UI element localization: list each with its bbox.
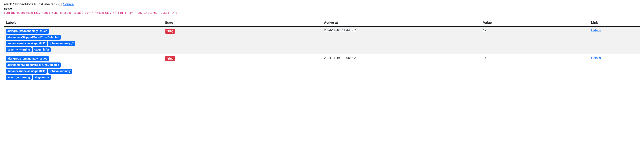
value-cell: 14	[481, 54, 589, 82]
header-link: Link	[589, 19, 640, 26]
alert-count: (2)	[56, 2, 60, 6]
label-badge: alertgroup=vmanomaly-issues	[6, 29, 49, 34]
details-link[interactable]: Details	[591, 29, 601, 32]
label-badge: instance=neoclassic-pc:8490	[6, 69, 47, 74]
label-badge: alertgroup=vmanomaly-issues	[6, 56, 49, 61]
label-badge: alertname=SkippedModelRunsDetected	[6, 35, 61, 40]
state-badge: firing	[165, 29, 175, 34]
alerts-table: Labels State Active at Value Link alertg…	[4, 19, 640, 82]
header-value: Value	[481, 19, 589, 26]
state-cell: firing	[163, 54, 322, 82]
alert-name: SkippedModelRunsDetected	[13, 2, 55, 6]
label-badge: stage=infer	[33, 75, 51, 80]
alert-label: alert:	[4, 2, 12, 6]
label-badge: alertname=SkippedModelRunsDetected	[6, 63, 61, 68]
link-cell: Details	[589, 54, 640, 82]
header-labels: Labels	[4, 19, 163, 26]
details-link[interactable]: Details	[591, 56, 601, 60]
label-badge: stage=infer	[33, 47, 51, 52]
active-at-cell: 2024-11-16T13:06:00Z	[322, 54, 481, 82]
label-badge: severity=warning	[6, 47, 32, 52]
table-row: alertgroup=vmanomaly-issuesalertname=Ski…	[4, 26, 640, 54]
table-row: alertgroup=vmanomaly-issuesalertname=Ski…	[4, 54, 640, 82]
label-badge: instance=neoclassic-pc:8490	[6, 41, 47, 46]
active-at-cell: 2024-11-16T11:44:00Z	[322, 26, 481, 54]
label-badge: severity=warning	[6, 75, 32, 80]
label-badge: job=vmanomaly_2	[48, 41, 75, 46]
header-active-at: Active at	[322, 19, 481, 26]
header-state: State	[163, 19, 322, 26]
link-cell: Details	[589, 26, 640, 54]
expr-code: sum(increase(vmanomaly_model_runs_skippe…	[4, 11, 640, 14]
alert-header: alert: SkippedModelRunsDetected (2) | So…	[4, 2, 640, 6]
state-cell: firing	[163, 26, 322, 54]
state-badge: firing	[165, 56, 175, 61]
labels-cell: alertgroup=vmanomaly-issuesalertname=Ski…	[4, 26, 163, 54]
labels-cell: alertgroup=vmanomaly-issuesalertname=Ski…	[4, 54, 163, 82]
value-cell: 12	[481, 26, 589, 54]
alert-separator: |	[61, 2, 62, 6]
expr-label: expr:	[4, 7, 640, 11]
label-badge: job=vmanomaly	[48, 69, 72, 74]
source-link[interactable]: Source	[63, 2, 74, 6]
